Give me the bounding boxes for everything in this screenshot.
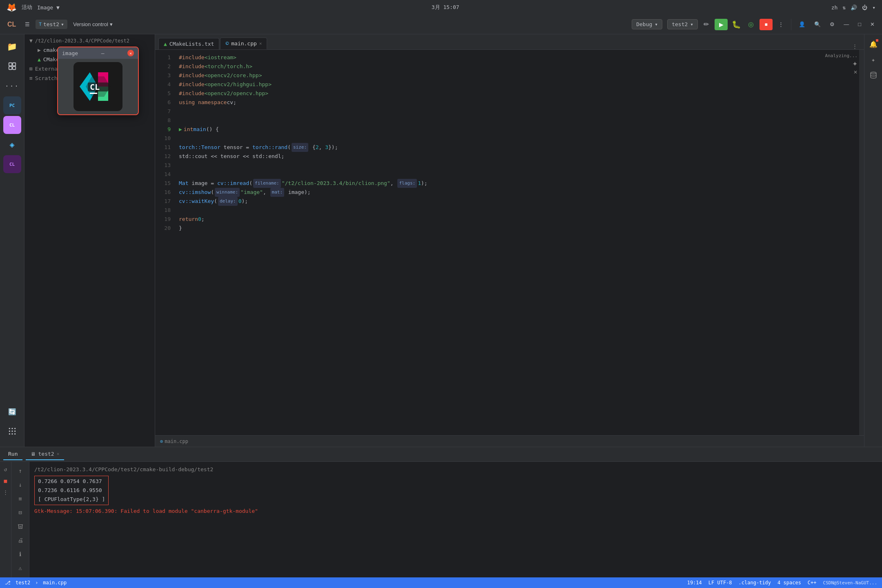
run-button[interactable]: ▶ [715, 19, 728, 30]
maximize-btn[interactable]: □ [855, 20, 864, 29]
code-editor[interactable]: 12345 678910 1112131415 1617181920 #incl… [155, 50, 864, 435]
run-more-icon[interactable]: ⋮ [1, 487, 11, 497]
account-btn[interactable]: 👤 [795, 20, 808, 29]
status-branch[interactable]: test2 [16, 580, 30, 586]
coverage-icon: ◎ [748, 20, 754, 28]
debug-button[interactable]: 🐛 [730, 18, 742, 31]
matrix-row-2: 0.7236 0.6116 0.9550 [38, 486, 105, 495]
sidebar-folder-icon[interactable]: 📁 [3, 38, 21, 56]
tree-scratch-icon: ≡ [29, 75, 33, 81]
tab-cmake[interactable]: ▲ CMakeLists.txt [158, 38, 219, 49]
clear-output-icon[interactable] [15, 521, 26, 532]
more-actions-icon: ⋮ [778, 21, 784, 27]
database-icon[interactable] [867, 69, 880, 82]
status-line-col[interactable]: 19:14 [687, 580, 702, 586]
firefox-icon[interactable]: 🦊 [7, 2, 17, 12]
tab-run[interactable]: Run [3, 448, 22, 460]
app-toolbar: CL ☰ T test2 ▾ Version control ▾ Debug ▾… [0, 15, 882, 34]
minimize-btn[interactable]: — [840, 20, 852, 29]
cpp-tab-icon: © [225, 40, 229, 47]
search-icon: 🔍 [814, 21, 821, 27]
status-indent[interactable]: 4 spaces [777, 580, 801, 586]
filter-output-icon[interactable]: ⊟ [15, 507, 26, 518]
warning-output-icon[interactable]: ⚠ [15, 562, 26, 574]
console-area: ↺ ■ ⋮ ↑ ↓ ≡ ⊟ 🖨 ℹ ⚠ /t2/clion-202 [0, 462, 882, 577]
test2-close-icon[interactable]: ✕ [57, 451, 60, 457]
version-control-btn[interactable]: Version control ▾ [70, 20, 116, 29]
status-left: ⎇ test2 › main.cpp [5, 580, 67, 586]
power-icon[interactable]: ⏻ [862, 4, 867, 11]
sidebar-clion2-icon[interactable]: CL [3, 155, 21, 173]
code-line-10 [179, 134, 824, 143]
sidebar-grid-icon[interactable] [3, 422, 21, 440]
status-linting[interactable]: .clang-tidy [739, 580, 771, 586]
run-config-dropdown-icon[interactable]: ▾ [690, 21, 693, 27]
svg-point-11 [11, 433, 13, 434]
version-control-dropdown[interactable]: ▾ [110, 21, 113, 27]
tab-main-cpp[interactable]: © main.cpp ✕ [220, 38, 267, 49]
info-icon[interactable]: ℹ [15, 548, 26, 560]
network-icon[interactable]: ⇅ [842, 4, 846, 11]
breadcrumb-main: ⊙ [160, 439, 163, 444]
system-time: 3月 15:07 [432, 4, 459, 11]
sidebar-update-icon[interactable]: 🔄 [3, 403, 21, 421]
settings-btn[interactable]: ⚙ [826, 20, 838, 29]
svg-rect-0 [9, 63, 11, 66]
chevron-down-icon[interactable]: ▾ [872, 4, 875, 11]
sidebar-more-icon[interactable]: ··· [3, 77, 21, 95]
ai-assistant-btn[interactable]: ✦ [852, 60, 858, 68]
project-dropdown-icon[interactable]: ▾ [61, 21, 64, 27]
stop-icon: ■ [765, 22, 768, 27]
coverage-btn[interactable]: ◎ [745, 19, 757, 30]
run-config-dropdown[interactable]: test2 ▾ [667, 19, 698, 29]
tree-item-path[interactable]: ▼ /t2/clion-2023.3.4/CPPCode/test2 [24, 36, 155, 45]
stop-run-icon[interactable]: ■ [1, 476, 11, 486]
code-line-17: cv::waitKey(delay: 0); [179, 197, 824, 206]
tree-path-label: /t2/clion-2023.3.4/CPPCode/test2 [35, 38, 129, 44]
cpp-tab-close[interactable]: ✕ [259, 41, 262, 46]
code-content[interactable]: #include <iostream> #include <torch/torc… [176, 50, 824, 435]
edit-config-btn[interactable]: ✏ [700, 19, 712, 30]
sidebar-layers-icon[interactable] [3, 57, 21, 75]
close-panel-btn[interactable]: ✕ [853, 69, 858, 75]
stop-button[interactable]: ■ [760, 19, 773, 30]
clion-logo-btn[interactable]: CL [4, 19, 19, 30]
more-actions-btn[interactable]: ⋮ [775, 20, 787, 29]
debug-config-dropdown[interactable]: Debug ▾ [632, 19, 662, 29]
activities-label[interactable]: 活动 [22, 4, 32, 11]
tab-test2[interactable]: 🖥 test2 ✕ [26, 448, 64, 460]
print-icon[interactable]: 🖨 [15, 535, 26, 546]
image-popup: image — ✕ [57, 47, 139, 115]
project-name-btn[interactable]: T test2 ▾ [36, 20, 67, 29]
close-btn[interactable]: ✕ [867, 20, 878, 29]
more-tabs-icon[interactable]: ⋮ [852, 43, 858, 49]
notification-icon[interactable]: 🔔 [867, 38, 880, 51]
status-lang[interactable]: C++ [808, 580, 817, 586]
editor-scrollbar[interactable] [859, 50, 864, 435]
volume-icon[interactable]: 🔊 [851, 4, 857, 11]
lang-indicator[interactable]: zh [831, 4, 838, 11]
svg-point-6 [14, 428, 16, 429]
image-menu[interactable]: Image ▼ [37, 4, 60, 11]
status-file[interactable]: main.cpp [43, 580, 67, 586]
scroll-up-icon[interactable]: ↑ [15, 465, 26, 477]
image-popup-close-btn[interactable]: ✕ [127, 50, 134, 56]
debug-config-dropdown-icon[interactable]: ▾ [655, 21, 658, 27]
rerun-icon[interactable]: ↺ [1, 464, 11, 474]
code-line-12: std::cout << tensor << std::endl; [179, 152, 824, 161]
console-output[interactable]: /t2/clion-2023.3.4/CPPCode/test2/cmake-b… [29, 462, 882, 577]
search-btn[interactable]: 🔍 [811, 20, 824, 29]
sidebar-vscode-icon[interactable]: ◈ [3, 136, 21, 154]
bottom-panel: Run 🖥 test2 ✕ ↺ ■ ⋮ ↑ ↓ ≡ ⊟ [0, 447, 882, 577]
code-line-3: #include <opencv2/core.hpp> [179, 71, 824, 80]
ai-chat-icon[interactable]: ✦ [867, 53, 880, 66]
sidebar-clion-icon[interactable]: CL [3, 116, 21, 134]
wrap-lines-icon[interactable]: ≡ [15, 493, 26, 504]
settings-icon: ⚙ [830, 21, 835, 27]
scroll-down-icon[interactable]: ↓ [15, 479, 26, 490]
sidebar-pycharm-icon[interactable]: PC [3, 96, 21, 114]
status-encoding[interactable]: LF UTF-8 [708, 580, 732, 586]
status-git-icon: ⎇ [5, 580, 11, 586]
system-bar-left: 🦊 活动 Image ▼ [7, 2, 60, 12]
hamburger-menu[interactable]: ☰ [22, 20, 33, 29]
